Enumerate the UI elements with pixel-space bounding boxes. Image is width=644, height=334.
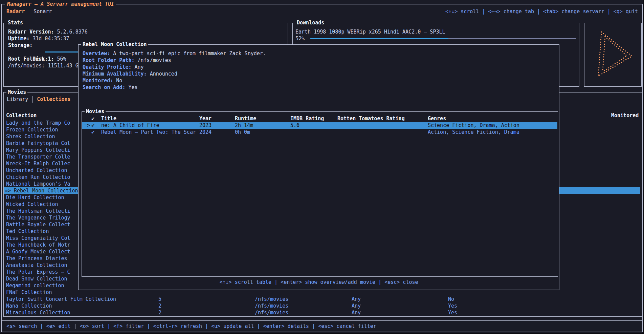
collection-name: Megamind collection bbox=[6, 282, 64, 289]
modal-field-value: Announced bbox=[150, 71, 177, 77]
movies-panel-title: Movies bbox=[6, 89, 27, 96]
collection-name: Uncharted Collection bbox=[6, 167, 67, 174]
collection-root-folder: /nfs/movies bbox=[255, 309, 288, 316]
collection-name: Anastasia Collection bbox=[6, 262, 67, 269]
collection-name: Shrek Collection bbox=[6, 133, 55, 140]
modal-field: Quality Profile:Any bbox=[83, 64, 555, 70]
collection-quality-profile: Any bbox=[352, 309, 361, 316]
stats-field-value: 5.2.6.8376 bbox=[57, 29, 87, 35]
collection-quality-profile: Any bbox=[352, 302, 361, 309]
collection-name: The Huntsman Collecti bbox=[6, 208, 70, 214]
movie-row[interactable]: => ✔ ne: A Child of Fire 2023 2h 14m 5.6… bbox=[82, 122, 557, 129]
collection-name: National Lampoon's Va bbox=[6, 181, 70, 187]
column-header-year: Year bbox=[199, 115, 212, 122]
modal-keybind-hints: <↑↓> scroll table | <enter> show overvie… bbox=[79, 279, 559, 286]
collection-name: Ted Collection bbox=[6, 228, 49, 235]
collection-name: Die Hard Collection bbox=[6, 194, 64, 201]
collection-name: Mary Poppins Collecti bbox=[6, 147, 70, 153]
collection-name: Barbie Fairytopia Col bbox=[6, 140, 70, 147]
column-header-imdb: IMDB Rating bbox=[290, 115, 324, 122]
collection-root-folder: /nfs/movies bbox=[255, 302, 288, 309]
bottom-keybar: <s> search | <e> edit | <o> sort | <f> f… bbox=[1, 320, 643, 332]
modal-field-value: Any bbox=[135, 64, 144, 70]
selection-arrow: => bbox=[5, 187, 11, 194]
collection-name: A Goofy Movie Collect bbox=[6, 248, 70, 255]
collection-name: The Princess Diaries bbox=[6, 255, 67, 262]
collection-name: The Vengeance Trilogy bbox=[6, 214, 70, 221]
app-screen: Managarr – A Servarr management TUI Rada… bbox=[0, 0, 643, 333]
collection-row[interactable]: Nana Collection 2 /nfs/movies Any Yes bbox=[4, 302, 640, 309]
collection-name: Wicked Collection bbox=[6, 201, 58, 208]
collection-name: Nana Collection bbox=[6, 302, 52, 309]
modal-field-label: Monitored: bbox=[83, 78, 113, 84]
download-progress-gauge bbox=[310, 35, 576, 42]
modal-field-label: Quality Profile: bbox=[83, 64, 132, 70]
collection-monitored: Yes bbox=[448, 309, 457, 316]
collection-row[interactable]: Taylor Swift Concert Film Collection 5 /… bbox=[4, 296, 640, 302]
servarr-tab[interactable]: Sonarr bbox=[29, 8, 52, 15]
modal-field-label: Root Folder Path: bbox=[83, 57, 135, 63]
collection-name: Rebel Moon Collection bbox=[14, 187, 78, 194]
collection-name: Wreck-It Ralph Collec bbox=[6, 160, 70, 167]
stats-field: Radarr Version:5.2.6.8376 bbox=[8, 28, 285, 35]
top-keybind-hints: <↑↓> scroll | <←→> change tab | <tab> ch… bbox=[445, 8, 638, 15]
modal-field-value: /nfs/movies bbox=[138, 57, 171, 63]
movie-year: 2023 bbox=[199, 122, 212, 129]
stats-field-label: Radarr Version: bbox=[8, 29, 54, 35]
movies-tab[interactable]: Library bbox=[7, 96, 28, 103]
modal-field-value: No bbox=[116, 78, 122, 84]
modal-field-label: Overview: bbox=[83, 50, 110, 57]
movies-tabs: LibraryCollections bbox=[7, 96, 71, 103]
collection-name: The Hunchback of Notr bbox=[6, 242, 70, 248]
collection-movie-count: 5 bbox=[158, 296, 161, 302]
modal-field-value: Yes bbox=[128, 84, 137, 90]
collection-name: Chicken Run Collectio bbox=[6, 174, 70, 181]
modal-field: Monitored:No bbox=[83, 77, 555, 84]
movie-runtime: 2h 14m bbox=[235, 122, 253, 129]
managarr-logo-icon bbox=[586, 26, 640, 83]
collection-name: Frozen Collection bbox=[6, 126, 58, 133]
collection-details-modal: Rebel Moon Collection Overview:A two-par… bbox=[78, 44, 559, 290]
column-header-rotten-tomatoes: Rotten Tomatoes Rating bbox=[337, 115, 405, 122]
stats-field-value: 31d 04:35:37 bbox=[32, 36, 69, 42]
modal-field-label: Minimum Availability: bbox=[83, 71, 147, 77]
movie-year: 2024 bbox=[199, 129, 212, 135]
modal-title: Rebel Moon Collection bbox=[81, 41, 148, 48]
modal-field: Minimum Availability:Announced bbox=[83, 70, 555, 77]
servarr-tab[interactable]: Radarr bbox=[6, 8, 25, 15]
collection-movie-count: 2 bbox=[158, 302, 161, 309]
movies-tab[interactable]: Collections bbox=[32, 96, 70, 103]
download-percent: 52% bbox=[295, 35, 305, 42]
collection-row[interactable]: Miraculous Collection 2 /nfs/movies Any … bbox=[4, 309, 640, 316]
movie-row[interactable]: ✔ Rebel Moon – Part Two: The Scar 2024 0… bbox=[82, 129, 557, 135]
download-title: Earth 1998 1080p WEBRip x265 Hindi AAC2.… bbox=[295, 28, 576, 35]
collection-name: FNaF Collection bbox=[6, 289, 52, 296]
modal-fields: Overview:A two-part sci-fi epic from fil… bbox=[83, 50, 555, 91]
logo-panel bbox=[584, 23, 642, 87]
bottom-keybind-hints: <s> search | <e> edit | <o> sort | <f> f… bbox=[6, 323, 376, 330]
monitored-check-icon: ✔ bbox=[91, 122, 94, 129]
movie-genres: Science Fiction, Drama, Action bbox=[428, 122, 519, 129]
column-header-title: Title bbox=[101, 115, 116, 122]
collection-row[interactable]: FNaF Collection bbox=[4, 289, 640, 296]
stats-panel-title: Stats bbox=[6, 19, 24, 26]
collection-quality-profile: Any bbox=[352, 296, 361, 302]
root-folder-value: /nfs/movies: 11511.43 GB bbox=[8, 63, 82, 69]
modal-field: Search on Add:Yes bbox=[83, 84, 555, 91]
movie-title: ne: A Child of Fire bbox=[101, 122, 159, 129]
collection-name: Miss Congeniality Col bbox=[6, 235, 70, 242]
collection-name: Lady and the Tramp Co bbox=[6, 120, 70, 126]
downloads-panel-title: Downloads bbox=[295, 19, 326, 26]
column-header-genres: Genres bbox=[428, 115, 446, 122]
collection-name: Dead Snow Collection bbox=[6, 275, 67, 282]
modal-movies-table: Movies ✔ Title Year Runtime IMDB Rating … bbox=[82, 111, 558, 277]
collection-name: Battle Royale Collect bbox=[6, 221, 70, 228]
column-header-runtime: Runtime bbox=[235, 115, 256, 122]
collection-name: The Transporter Colle bbox=[6, 153, 70, 160]
collection-name: The Polar Express – C bbox=[6, 269, 70, 275]
collection-movie-count: 2 bbox=[158, 309, 161, 316]
modal-field: Overview:A two-part sci-fi epic from fil… bbox=[83, 50, 555, 57]
collection-monitored: No bbox=[448, 296, 454, 302]
monitored-check-icon: ✔ bbox=[91, 129, 94, 135]
modal-field: Root Folder Path:/nfs/movies bbox=[83, 57, 555, 64]
